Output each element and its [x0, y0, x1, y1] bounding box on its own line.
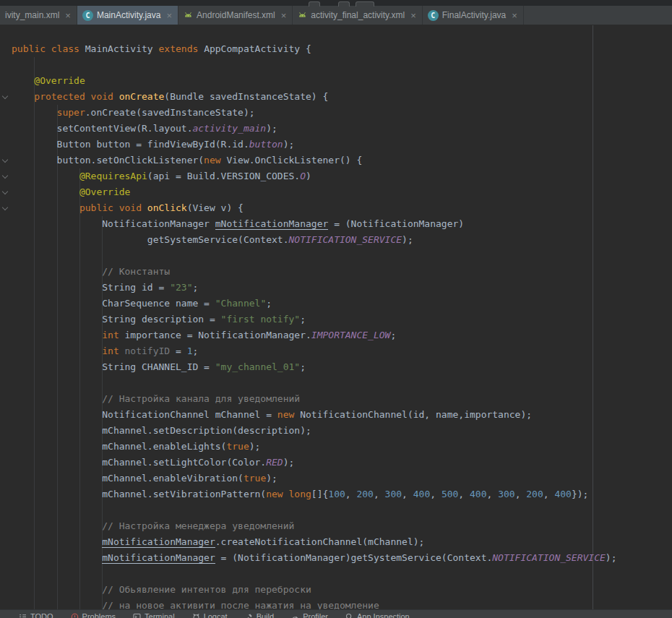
- code-line: [12, 375, 672, 391]
- code-line: // Обьявление интентов для переброски: [12, 582, 672, 598]
- todo-list-icon: [19, 613, 27, 618]
- tab-label: activity_final_activity.xml: [311, 10, 405, 20]
- status-item-app-inspection[interactable]: App Inspection: [345, 611, 410, 618]
- code-line: @RequiresApi(api = Build.VERSION_CODES.O…: [12, 168, 672, 184]
- profiler-icon: [291, 613, 299, 618]
- build-hammer-icon: [245, 613, 253, 618]
- code-line: setContentView(R.layout.activity_main);: [12, 121, 672, 137]
- code-line: mChannel.setVibrationPattern(new long[]{…: [12, 486, 672, 502]
- code-line: // на новое активити после нажатия на ув…: [12, 598, 672, 609]
- status-item-label: Build: [257, 611, 274, 618]
- code-line: String CHANNEL_ID = "my_channel_01";: [12, 359, 672, 375]
- problems-icon: [71, 613, 79, 618]
- tab-mainactivity-java[interactable]: CMainActivity.java×: [77, 6, 178, 25]
- code-line: String id = "23";: [12, 280, 672, 296]
- tab-finalactivity-java[interactable]: CFinalActivity.java×: [423, 6, 524, 25]
- java-class-icon: C: [82, 10, 93, 21]
- code-line: // Настройка менеджера уведомлений: [12, 518, 672, 534]
- logcat-icon: [192, 613, 200, 618]
- app-inspection-icon: [345, 613, 353, 618]
- editor-area: public class MainActivity extends AppCom…: [0, 25, 672, 609]
- code-line: mChannel.enableVibration(true);: [12, 471, 672, 486]
- code-line: String description = "first notify";: [12, 312, 672, 327]
- code-line: [12, 566, 672, 582]
- code-line: mChannel.setDescription(description);: [12, 423, 672, 439]
- code-line: [12, 57, 672, 73]
- code-line: super.onCreate(savedInstanceState);: [12, 105, 672, 121]
- code-line: int notifyID = 1;: [12, 343, 672, 359]
- toolbar-button-remnant: [338, 1, 350, 7]
- editor-tab-bar: ivity_main.xml×CMainActivity.java×Androi…: [0, 6, 672, 25]
- status-item-logcat[interactable]: Logcat: [192, 611, 228, 618]
- code-line: public void onClick(View v) {: [12, 200, 672, 216]
- fold-marker-icon[interactable]: [2, 173, 9, 180]
- code-line: public class MainActivity extends AppCom…: [12, 41, 672, 57]
- close-icon[interactable]: ×: [410, 11, 416, 20]
- close-icon[interactable]: ×: [166, 11, 172, 20]
- fold-marker-icon[interactable]: [2, 189, 9, 196]
- status-item-label: Profiler: [303, 611, 328, 618]
- code-line: int importance = NotificationManager.IMP…: [12, 327, 672, 343]
- tab-label: ivity_main.xml: [5, 10, 59, 20]
- tab-androidmanifest-xml[interactable]: AndroidManifest.xml×: [178, 6, 293, 25]
- status-bar: TODOProblemsTerminalLogcatBuildProfilerA…: [0, 609, 672, 618]
- code-line: button.setOnClickListener(new View.OnCli…: [12, 153, 672, 168]
- tool-window-buttons: TODOProblemsTerminalLogcatBuildProfilerA…: [19, 611, 410, 618]
- code-line: CharSequence name = "Channel";: [12, 296, 672, 312]
- status-item-label: Problems: [82, 611, 116, 618]
- code-line: @Override: [12, 184, 672, 200]
- status-item-label: Terminal: [145, 611, 175, 618]
- status-item-label: App Inspection: [357, 611, 410, 618]
- close-icon[interactable]: ×: [281, 11, 287, 20]
- code-line: getSystemService(Context.NOTIFICATION_SE…: [12, 232, 672, 248]
- editor-gutter: [0, 25, 10, 609]
- code-line: mNotificationManager = (NotificationMana…: [12, 550, 672, 566]
- status-item-label: TODO: [30, 611, 53, 618]
- fold-marker-icon[interactable]: [2, 205, 9, 212]
- code-line: [12, 248, 672, 264]
- java-class-icon: C: [428, 10, 439, 21]
- fold-marker-icon[interactable]: [2, 94, 9, 100]
- code-line: mNotificationManager.createNotificationC…: [12, 534, 672, 550]
- code-line: mChannel.setLightColor(Color.RED);: [12, 455, 672, 471]
- toolbar-button-remnant: [356, 1, 374, 7]
- code-line: Button button = findViewById(R.id.button…: [12, 137, 672, 153]
- fold-marker-icon[interactable]: [2, 158, 9, 164]
- status-item-label: Logcat: [204, 611, 228, 618]
- toolbar-button-remnant: [309, 1, 320, 7]
- android-icon: [184, 11, 193, 20]
- status-item-build[interactable]: Build: [245, 611, 274, 618]
- tab-activity-final-activity-xml[interactable]: activity_final_activity.xml×: [293, 6, 422, 25]
- close-icon[interactable]: ×: [512, 11, 517, 20]
- status-item-todo[interactable]: TODO: [19, 611, 53, 618]
- toolbar-strip: [0, 0, 672, 6]
- tab-label: FinalActivity.java: [442, 10, 506, 20]
- close-icon[interactable]: ×: [65, 11, 71, 20]
- status-item-profiler[interactable]: Profiler: [291, 611, 328, 618]
- android-icon: [298, 11, 307, 20]
- code-line: NotificationChannel mChannel = new Notif…: [12, 407, 672, 423]
- terminal-icon: [133, 613, 141, 618]
- code-line: [12, 502, 672, 518]
- code-editor[interactable]: public class MainActivity extends AppCom…: [10, 41, 672, 609]
- code-line: // Константы: [12, 264, 672, 280]
- tab-label: MainActivity.java: [97, 10, 160, 20]
- code-line: @Override: [12, 73, 672, 89]
- code-line: protected void onCreate(Bundle savedInst…: [12, 89, 672, 105]
- code-line: mChannel.enableLights(true);: [12, 439, 672, 455]
- tab-label: AndroidManifest.xml: [197, 10, 275, 20]
- status-item-terminal[interactable]: Terminal: [133, 611, 175, 618]
- code-line: NotificationManager mNotificationManager…: [12, 216, 672, 232]
- tab-ivity-main-xml[interactable]: ivity_main.xml×: [0, 6, 77, 25]
- status-item-problems[interactable]: Problems: [71, 611, 116, 618]
- code-line: // Настройка канала для уведомлений: [12, 391, 672, 407]
